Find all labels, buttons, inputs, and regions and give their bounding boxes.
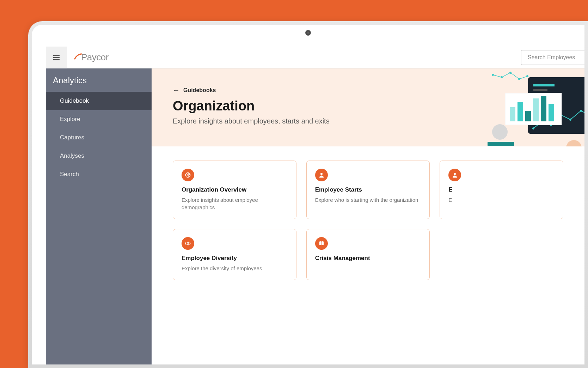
svg-rect-2	[53, 59, 60, 60]
sidebar-item-captures[interactable]: Captures	[46, 128, 152, 147]
paycor-swoosh-icon	[74, 52, 82, 63]
svg-point-18	[518, 78, 520, 80]
sidebar-item-label: Guidebook	[60, 97, 89, 104]
svg-rect-0	[53, 55, 60, 56]
page-title: Organization	[173, 98, 563, 114]
logo-area: Paycor	[67, 52, 116, 63]
sidebar-item-guidebook[interactable]: Guidebook	[46, 92, 152, 110]
card-crisis-management[interactable]: Crisis Management	[306, 229, 430, 280]
back-arrow-icon: ←	[173, 86, 180, 94]
svg-point-16	[501, 76, 503, 78]
page-subtitle: Explore insights about employees, starts…	[173, 117, 563, 125]
sidebar-item-analyses[interactable]: Analyses	[46, 147, 152, 165]
card-desc: Explore insights about employee demograp…	[182, 196, 288, 211]
svg-point-17	[509, 72, 512, 74]
svg-point-12	[569, 119, 571, 121]
sidebar-item-explore[interactable]: Explore	[46, 110, 152, 128]
person-icon	[315, 169, 328, 181]
main-layout: Analytics Guidebook Explore Captures Ana…	[46, 68, 584, 364]
hamburger-icon	[52, 53, 61, 62]
svg-point-15	[492, 74, 494, 76]
book-icon	[315, 237, 328, 250]
card-title: Employee Starts	[315, 186, 421, 193]
person-icon	[448, 169, 461, 181]
top-header: Paycor	[46, 47, 584, 68]
aperture-icon	[182, 169, 194, 181]
card-title: Organization Overview	[182, 186, 288, 193]
app-container: Paycor Analytics Guidebook Explore	[46, 47, 584, 364]
card-employee-starts[interactable]: Employee Starts Explore who is starting …	[306, 161, 430, 219]
cards-grid: Organization Overview Explore insights a…	[152, 146, 584, 294]
svg-point-34	[454, 173, 456, 175]
logo-text: Paycor	[81, 52, 109, 63]
overlap-icon	[182, 237, 194, 250]
svg-point-30	[492, 124, 508, 140]
sidebar-item-search[interactable]: Search	[46, 165, 152, 183]
sidebar: Analytics Guidebook Explore Captures Ana…	[46, 68, 152, 364]
svg-point-8	[532, 127, 534, 129]
card-title: Employee Diversity	[182, 255, 288, 262]
hero-section: ← Guidebooks Organization Explore insigh…	[152, 68, 584, 146]
breadcrumb[interactable]: ← Guidebooks	[173, 86, 563, 94]
paycor-logo[interactable]: Paycor	[74, 52, 109, 63]
card-desc: Explore who is starting with the organiz…	[315, 196, 421, 204]
hamburger-menu-button[interactable]	[46, 47, 67, 68]
search-employees-input[interactable]	[521, 50, 584, 65]
card-employee-diversity[interactable]: Employee Diversity Explore the diversity…	[173, 229, 296, 280]
breadcrumb-text: Guidebooks	[183, 87, 216, 93]
card-title: E	[448, 186, 555, 193]
svg-point-13	[580, 110, 582, 112]
svg-point-19	[526, 75, 528, 77]
device-frame: Paycor Analytics Guidebook Explore	[28, 21, 588, 368]
search-box	[521, 50, 584, 65]
sidebar-item-label: Captures	[60, 134, 84, 141]
svg-rect-1	[53, 57, 60, 58]
svg-rect-29	[488, 142, 514, 146]
device-screen: Paycor Analytics Guidebook Explore	[32, 25, 584, 364]
card-desc: Explore the diversity of employees	[182, 265, 288, 272]
content-area: ← Guidebooks Organization Explore insigh…	[152, 68, 584, 364]
svg-point-33	[320, 173, 323, 175]
sidebar-item-label: Analyses	[60, 152, 84, 159]
card-partial-e[interactable]: E E	[440, 161, 563, 219]
sidebar-item-label: Explore	[60, 116, 80, 122]
sidebar-title: Analytics	[46, 68, 152, 92]
device-camera-icon	[305, 30, 311, 36]
card-organization-overview[interactable]: Organization Overview Explore insights a…	[173, 161, 296, 219]
card-title: Crisis Management	[315, 255, 421, 262]
card-desc: E	[448, 196, 555, 204]
sidebar-item-label: Search	[60, 171, 79, 177]
svg-point-31	[566, 140, 582, 146]
